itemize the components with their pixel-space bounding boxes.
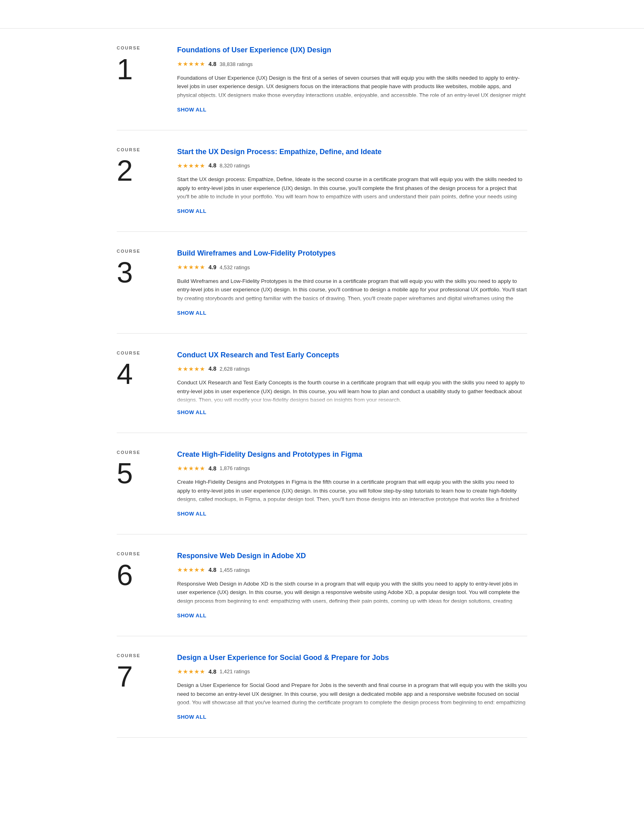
course-right: Design a User Experience for Social Good…	[169, 652, 527, 722]
course-item: COURSE 6 Responsive Web Design in Adobe …	[117, 534, 527, 636]
course-right: Responsive Web Design in Adobe XD ★★★★★ …	[169, 551, 527, 620]
rating-count: 1,455 ratings	[219, 566, 250, 574]
stars-icon: ★★★★★	[177, 464, 205, 473]
rating-count: 2,628 ratings	[219, 365, 250, 373]
course-label: COURSE	[117, 146, 140, 153]
course-item: COURSE 1 Foundations of User Experience …	[117, 29, 527, 130]
course-number: 2	[117, 156, 133, 185]
show-all-link[interactable]: SHOW ALL	[177, 612, 206, 620]
course-number: 5	[117, 459, 133, 488]
rating-value: 4.9	[208, 263, 216, 272]
rating-row: ★★★★★ 4.8 1,876 ratings	[177, 464, 527, 473]
course-number: 1	[117, 55, 133, 84]
rating-value: 4.8	[208, 161, 216, 170]
course-description: Foundations of User Experience (UX) Desi…	[177, 74, 527, 102]
show-all-link[interactable]: SHOW ALL	[177, 408, 206, 417]
course-title[interactable]: Build Wireframes and Low-Fidelity Protot…	[177, 248, 527, 259]
course-left: COURSE 7	[117, 652, 169, 722]
course-title[interactable]: Conduct UX Research and Test Early Conce…	[177, 350, 527, 361]
course-description: Design a User Experience for Social Good…	[177, 681, 527, 709]
course-right: Create High-Fidelity Designs and Prototy…	[169, 449, 527, 518]
rating-count: 38,838 ratings	[219, 60, 252, 68]
show-all-link[interactable]: SHOW ALL	[177, 510, 206, 518]
rating-value: 4.8	[208, 464, 216, 473]
course-item: COURSE 2 Start the UX Design Process: Em…	[117, 130, 527, 232]
rating-count: 4,532 ratings	[219, 264, 250, 272]
rating-row: ★★★★★ 4.8 8,320 ratings	[177, 161, 527, 171]
course-left: COURSE 3	[117, 248, 169, 317]
course-description: Responsive Web Design in Adobe XD is the…	[177, 580, 527, 608]
course-title[interactable]: Design a User Experience for Social Good…	[177, 652, 527, 663]
courses-list: COURSE 1 Foundations of User Experience …	[101, 29, 543, 738]
show-all-link[interactable]: SHOW ALL	[177, 207, 206, 215]
rating-value: 4.8	[208, 365, 216, 373]
rating-value: 4.8	[208, 60, 216, 68]
rating-row: ★★★★★ 4.8 2,628 ratings	[177, 365, 527, 374]
course-number: 3	[117, 258, 133, 287]
rating-row: ★★★★★ 4.8 38,838 ratings	[177, 60, 527, 69]
stars-icon: ★★★★★	[177, 565, 205, 575]
course-title[interactable]: Start the UX Design Process: Empathize, …	[177, 146, 527, 157]
course-right: Build Wireframes and Low-Fidelity Protot…	[169, 248, 527, 317]
course-label: COURSE	[117, 652, 140, 659]
page-title	[0, 0, 644, 29]
course-description: Start the UX design process: Empathize, …	[177, 175, 527, 203]
page-header	[0, 0, 644, 29]
course-right: Foundations of User Experience (UX) Desi…	[169, 45, 527, 114]
course-left: COURSE 5	[117, 449, 169, 518]
course-number: 7	[117, 662, 133, 691]
course-title[interactable]: Responsive Web Design in Adobe XD	[177, 551, 527, 561]
stars-icon: ★★★★★	[177, 365, 205, 374]
rating-value: 4.8	[208, 566, 216, 574]
course-item: COURSE 5 Create High-Fidelity Designs an…	[117, 433, 527, 535]
rating-value: 4.8	[208, 668, 216, 676]
course-number: 6	[117, 561, 133, 590]
course-description: Conduct UX Research and Test Early Conce…	[177, 378, 527, 404]
show-all-link[interactable]: SHOW ALL	[177, 106, 206, 114]
course-right: Conduct UX Research and Test Early Conce…	[169, 350, 527, 417]
rating-count: 1,876 ratings	[219, 464, 250, 472]
course-left: COURSE 2	[117, 146, 169, 216]
show-all-link[interactable]: SHOW ALL	[177, 309, 206, 317]
course-label: COURSE	[117, 551, 140, 557]
rating-count: 8,320 ratings	[219, 162, 250, 170]
course-left: COURSE 6	[117, 551, 169, 620]
course-number: 4	[117, 359, 133, 388]
course-right: Start the UX Design Process: Empathize, …	[169, 146, 527, 216]
rating-count: 1,421 ratings	[219, 668, 250, 676]
course-description: Build Wireframes and Low-Fidelity Protot…	[177, 277, 527, 305]
course-item: COURSE 7 Design a User Experience for So…	[117, 636, 527, 738]
stars-icon: ★★★★★	[177, 60, 205, 69]
rating-row: ★★★★★ 4.8 1,421 ratings	[177, 667, 527, 676]
course-label: COURSE	[117, 45, 140, 52]
course-label: COURSE	[117, 449, 140, 456]
course-item: COURSE 3 Build Wireframes and Low-Fideli…	[117, 232, 527, 334]
course-title[interactable]: Create High-Fidelity Designs and Prototy…	[177, 449, 527, 460]
course-label: COURSE	[117, 248, 140, 255]
course-label: COURSE	[117, 350, 140, 357]
show-all-link[interactable]: SHOW ALL	[177, 713, 206, 721]
course-item: COURSE 4 Conduct UX Research and Test Ea…	[117, 334, 527, 433]
course-description: Create High-Fidelity Designs and Prototy…	[177, 478, 527, 506]
stars-icon: ★★★★★	[177, 667, 205, 676]
course-left: COURSE 4	[117, 350, 169, 417]
stars-icon: ★★★★★	[177, 161, 205, 171]
stars-icon: ★★★★★	[177, 263, 205, 272]
rating-row: ★★★★★ 4.8 1,455 ratings	[177, 565, 527, 575]
rating-row: ★★★★★ 4.9 4,532 ratings	[177, 263, 527, 272]
course-left: COURSE 1	[117, 45, 169, 114]
course-title[interactable]: Foundations of User Experience (UX) Desi…	[177, 45, 527, 56]
